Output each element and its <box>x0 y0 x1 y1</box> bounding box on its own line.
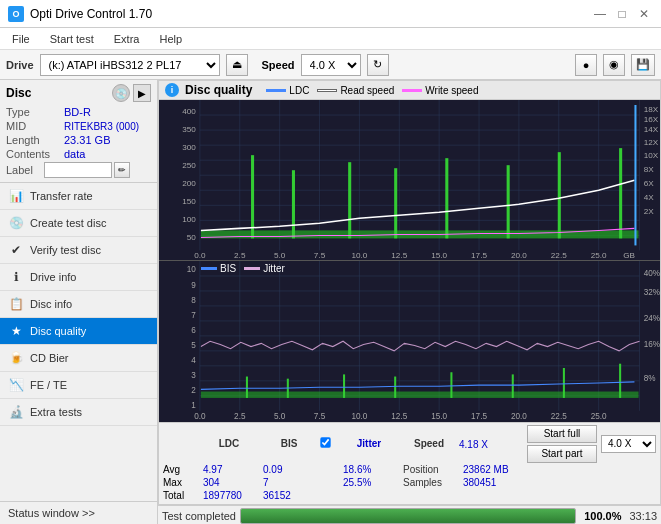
max-label: Max <box>163 477 199 488</box>
type-label: Type <box>6 106 64 118</box>
menu-help[interactable]: Help <box>155 31 186 47</box>
start-full-button[interactable]: Start full <box>527 425 597 443</box>
svg-text:5.0: 5.0 <box>274 252 286 261</box>
svg-text:2.5: 2.5 <box>234 252 246 261</box>
contents-label: Contents <box>6 148 64 160</box>
nav-transfer-rate[interactable]: 📊 Transfer rate <box>0 183 157 210</box>
length-value: 23.31 GB <box>64 134 110 146</box>
legend-ldc: LDC <box>266 85 309 96</box>
nav-create-test-disc[interactable]: 💿 Create test disc <box>0 210 157 237</box>
disc-icon2[interactable]: ▶ <box>133 84 151 102</box>
disc-panel: Disc 💿 ▶ Type BD-R MID RITEKBR3 (000) Le… <box>0 80 157 183</box>
save-button[interactable]: 💾 <box>631 54 655 76</box>
svg-text:150: 150 <box>182 197 196 206</box>
close-button[interactable]: ✕ <box>635 5 653 23</box>
menu-file[interactable]: File <box>8 31 34 47</box>
create-test-disc-icon: 💿 <box>8 215 24 231</box>
lower-chart-svg: 10 9 8 7 6 5 4 3 2 1 40% 32% 24% 16% 8% <box>159 261 660 421</box>
legend-read-speed: Read speed <box>317 85 394 96</box>
drive-select[interactable]: (k:) ATAPI iHBS312 2 PL17 <box>40 54 220 76</box>
disc-heading: Disc <box>6 86 31 100</box>
svg-text:8X: 8X <box>644 165 655 174</box>
disc-icon1[interactable]: 💿 <box>112 84 130 102</box>
stats-speed-select[interactable]: 4.0 X <box>601 435 656 453</box>
svg-text:8%: 8% <box>644 373 656 383</box>
svg-text:22.5: 22.5 <box>551 412 567 422</box>
menu-extra[interactable]: Extra <box>110 31 144 47</box>
stats-bis-header: BIS <box>259 437 319 450</box>
nav-fe-te-label: FE / TE <box>30 379 67 391</box>
svg-text:12X: 12X <box>644 138 659 147</box>
label-edit-button[interactable]: ✏ <box>114 162 130 178</box>
svg-text:10X: 10X <box>644 151 659 160</box>
disc-mid-row: MID RITEKBR3 (000) <box>6 120 151 132</box>
app-title: Opti Drive Control 1.70 <box>30 7 152 21</box>
nav-extra-tests[interactable]: 🔬 Extra tests <box>0 399 157 426</box>
bottom-bar: Test completed 100.0% 33:13 <box>158 505 661 524</box>
bis-color-swatch <box>201 267 217 270</box>
eject-button[interactable]: ⏏ <box>226 54 248 76</box>
svg-rect-53 <box>292 170 295 238</box>
menu-start-test[interactable]: Start test <box>46 31 98 47</box>
nav-transfer-rate-label: Transfer rate <box>30 190 93 202</box>
drive-label: Drive <box>6 59 34 71</box>
mid-label: MID <box>6 120 64 132</box>
nav-verify-test-disc[interactable]: ✔ Verify test disc <box>0 237 157 264</box>
position-label: Position <box>399 463 459 476</box>
svg-text:6: 6 <box>191 325 196 335</box>
disc-length-row: Length 23.31 GB <box>6 134 151 146</box>
stats-jitter-header: Jitter <box>339 437 399 450</box>
svg-text:5: 5 <box>191 340 196 350</box>
samples-label: Samples <box>399 476 459 489</box>
nav-fe-te[interactable]: 📉 FE / TE <box>0 372 157 399</box>
svg-text:22.5: 22.5 <box>551 252 567 261</box>
refresh-button[interactable]: ↻ <box>367 54 389 76</box>
position-cell: 23862 MB <box>459 463 519 476</box>
status-window[interactable]: Status window >> <box>0 501 157 524</box>
svg-text:17.5: 17.5 <box>471 412 487 422</box>
svg-rect-54 <box>348 162 351 238</box>
chart-title: Disc quality <box>185 83 252 97</box>
stats-total-row: Total 1897780 36152 <box>163 489 656 502</box>
max-ldc-value: 304 <box>203 477 220 488</box>
toolbar-icon2-button[interactable]: ◉ <box>603 54 625 76</box>
svg-text:10.0: 10.0 <box>351 252 367 261</box>
start-part-button[interactable]: Start part <box>527 445 597 463</box>
stats-max-row: Max 304 7 25.5% Samples 380451 <box>163 476 656 489</box>
svg-rect-57 <box>507 165 510 238</box>
svg-text:GB: GB <box>623 252 635 261</box>
jitter-checkbox[interactable] <box>320 438 330 448</box>
label-input[interactable] <box>44 162 112 178</box>
nav-items: 📊 Transfer rate 💿 Create test disc ✔ Ver… <box>0 183 157 501</box>
minimize-button[interactable]: — <box>591 5 609 23</box>
transfer-rate-icon: 📊 <box>8 188 24 204</box>
stats-jitter-checkbox-cell <box>319 436 339 451</box>
svg-text:200: 200 <box>182 179 196 188</box>
position-value: 23862 MB <box>463 464 509 475</box>
label-label: Label <box>6 164 42 176</box>
toolbar-icon1-button[interactable]: ● <box>575 54 597 76</box>
maximize-button[interactable]: □ <box>613 5 631 23</box>
time-text: 33:13 <box>629 510 657 522</box>
max-jitter-cell: 25.5% <box>339 476 399 489</box>
avg-label: Avg <box>163 464 199 475</box>
window-controls: — □ ✕ <box>591 5 653 23</box>
progress-bar-fill <box>241 509 575 523</box>
main-content: i Disc quality LDC Read speed Write spee… <box>158 80 661 524</box>
nav-drive-info[interactable]: ℹ Drive info <box>0 264 157 291</box>
disc-label-row: Label ✏ <box>6 162 151 178</box>
stats-speed-header: Speed <box>399 437 459 450</box>
svg-text:7.5: 7.5 <box>314 412 326 422</box>
fe-te-icon: 📉 <box>8 377 24 393</box>
length-label: Length <box>6 134 64 146</box>
nav-cd-bier[interactable]: 🍺 CD Bier <box>0 345 157 372</box>
avg-bis-value: 0.09 <box>263 464 282 475</box>
legend-jitter: Jitter <box>244 263 285 274</box>
action-buttons: Start full Start part <box>527 425 597 463</box>
stats-bar: LDC BIS Jitter Speed 4.18 X Start full S… <box>158 423 661 505</box>
speed-select[interactable]: 4.0 X <box>301 54 361 76</box>
nav-disc-info[interactable]: 📋 Disc info <box>0 291 157 318</box>
legend-bis: BIS <box>201 263 236 274</box>
nav-disc-quality[interactable]: ★ Disc quality <box>0 318 157 345</box>
max-jitter-value: 25.5% <box>343 477 371 488</box>
